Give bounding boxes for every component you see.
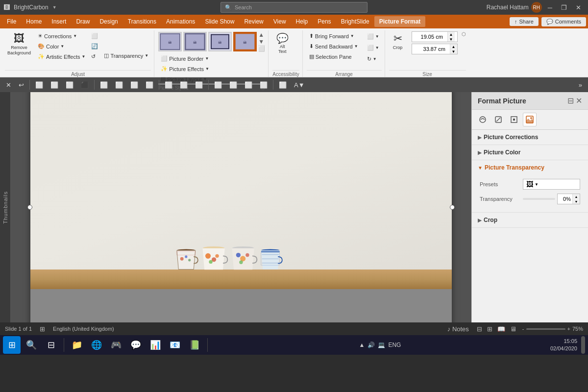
tb-btn-14[interactable]: ⬜ [242, 80, 255, 90]
show-desktop-button[interactable] [581, 336, 585, 354]
tb-btn-3[interactable]: ⬜ [63, 80, 76, 90]
menu-animations[interactable]: Animations [161, 16, 200, 27]
tb-btn-9[interactable]: ⬜ [162, 80, 175, 90]
explorer-button[interactable]: 📁 [68, 336, 86, 354]
menu-brightslide[interactable]: BrightSlide [336, 16, 374, 27]
tb-btn-13[interactable]: ⬜ [226, 80, 240, 90]
thumbnails-toggle[interactable]: Thumbnails [2, 92, 8, 322]
menu-insert[interactable]: Insert [47, 16, 71, 27]
menu-transitions[interactable]: Transitions [123, 16, 161, 27]
comments-button[interactable]: 💬 Comments [541, 17, 586, 26]
menu-pens[interactable]: Pens [313, 16, 336, 27]
style-thumb-4[interactable]: 🏔 [233, 32, 257, 51]
menu-draw[interactable]: Draw [71, 16, 95, 27]
outlook-button[interactable]: 📧 [166, 336, 184, 354]
menu-picture-format[interactable]: Picture Format [374, 16, 426, 27]
search-taskbar-button[interactable]: 🔍 [23, 336, 40, 354]
fit-slide-button[interactable]: ⊞ [38, 324, 47, 334]
style-thumb-3[interactable]: 🏔 [208, 32, 232, 51]
tb-btn-2[interactable]: ⬜ [48, 80, 61, 90]
compress-button[interactable]: ⬜ [90, 31, 99, 41]
menu-file[interactable]: File [2, 16, 21, 27]
transparency-input[interactable] [558, 195, 572, 203]
align-button[interactable]: ⬜ ▼ [365, 31, 382, 42]
chrome-button[interactable]: 🌐 [88, 336, 105, 354]
minimize-button[interactable]: ─ [545, 3, 555, 12]
style-thumb-2[interactable]: 🏔 [183, 32, 207, 51]
transparency-button[interactable]: ◫ Transparency ▼ [101, 51, 151, 60]
crop-button[interactable]: ✂ Crop [389, 31, 407, 52]
zoom-slider[interactable] [526, 328, 565, 330]
tb-font-color[interactable]: A▼ [291, 80, 308, 90]
handle-right-center[interactable] [450, 205, 455, 210]
start-button[interactable]: ⊞ [3, 336, 21, 354]
picture-effects-button[interactable]: ✨ Picture Effects ▼ [158, 64, 265, 74]
app-dropdown[interactable]: ▼ [52, 5, 57, 10]
picture-border-button[interactable]: ⬜ Picture Border ▼ [158, 54, 265, 63]
picture-corrections-header[interactable]: ▶ Picture Corrections [472, 130, 588, 145]
width-input[interactable] [421, 45, 448, 53]
panel-tab-effects[interactable] [491, 113, 505, 126]
height-down[interactable]: ▼ [448, 37, 455, 42]
rotate-button[interactable]: ↻ ▼ [365, 54, 382, 64]
tb-close[interactable]: ✕ [3, 80, 14, 90]
corrections-button[interactable]: ☀ Corrections ▼ [35, 31, 88, 41]
crop-header[interactable]: ▶ Crop [472, 213, 588, 227]
transparency-up[interactable]: ▲ [573, 194, 580, 199]
menu-design[interactable]: Design [95, 16, 122, 27]
picture-transparency-header[interactable]: ▼ Picture Transparency [472, 160, 588, 175]
tb-btn-5[interactable]: ⬜ [97, 80, 111, 90]
panel-collapse-button[interactable]: ⊟ [567, 96, 574, 105]
tb-btn-7[interactable]: ⬜ [127, 80, 141, 90]
tb-btn-16[interactable]: ⬜ [276, 80, 290, 90]
remove-background-button[interactable]: 🖼 RemoveBackground [5, 31, 33, 58]
panel-tab-size-position[interactable] [507, 113, 521, 126]
taskview-button[interactable]: ⊟ [42, 336, 60, 354]
alt-text-button[interactable]: 💬 AltText [272, 31, 292, 56]
notes-button[interactable]: ♪ Notes [445, 324, 471, 334]
tb-btn-6[interactable]: ⬜ [112, 80, 126, 90]
styles-up[interactable]: ▲ [258, 31, 265, 38]
excel-button[interactable]: 📗 [186, 336, 203, 354]
change-picture-button[interactable]: 🔄 [90, 42, 99, 51]
tb-btn-1[interactable]: ⬜ [32, 80, 46, 90]
tb-btn-10[interactable]: ⬜ [177, 80, 191, 90]
close-button[interactable]: ✕ [573, 3, 584, 12]
handle-left-center[interactable] [27, 205, 32, 210]
zoom-out-icon[interactable]: - [522, 326, 524, 332]
reading-view-button[interactable]: 📖 [495, 324, 507, 334]
tb-btn-4[interactable]: ⬛ [78, 80, 92, 90]
slide-sorter-button[interactable]: ⊞ [485, 324, 494, 334]
selection-pane-button[interactable]: ▤ Selection Pane [307, 52, 361, 61]
panel-close-button[interactable]: ✕ [576, 96, 582, 105]
thumbnails-panel[interactable]: Thumbnails [0, 92, 11, 322]
styles-down[interactable]: ▼ [258, 38, 265, 45]
transparency-slider[interactable] [523, 198, 555, 200]
volume-icon[interactable]: 🔊 [368, 342, 375, 348]
presets-button[interactable]: 🖼 ▼ [523, 179, 580, 190]
zoom-in-icon[interactable]: + [567, 326, 570, 332]
app3-button[interactable]: 🎮 [107, 336, 125, 354]
teams-button[interactable]: 💬 [127, 336, 145, 354]
tb-btn-11[interactable]: ⬜ [192, 80, 206, 90]
tb-btn-12[interactable]: ⬜ [211, 80, 225, 90]
size-expand-icon[interactable]: ⬡ [462, 31, 466, 37]
height-up[interactable]: ▲ [448, 32, 455, 37]
transparency-down[interactable]: ▼ [573, 199, 580, 204]
menu-help[interactable]: Help [291, 16, 313, 27]
menu-home[interactable]: Home [21, 16, 47, 27]
panel-tab-picture[interactable] [523, 113, 537, 126]
menu-view[interactable]: View [269, 16, 291, 27]
tb-undo[interactable]: ↩ [16, 80, 27, 90]
reset-picture-button[interactable]: ↺ [90, 52, 99, 61]
send-backward-button[interactable]: ⬇ Send Backward ▼ [307, 42, 361, 51]
color-button[interactable]: 🎨 Color ▼ [35, 42, 88, 51]
network-icon[interactable]: 💻 [378, 342, 385, 348]
width-up[interactable]: ▲ [450, 44, 457, 49]
chevron-icon[interactable]: ▲ [359, 342, 365, 348]
restore-button[interactable]: ❐ [558, 3, 570, 12]
tb-expand[interactable]: » [576, 80, 585, 90]
group-button[interactable]: ⬜ ▼ [365, 43, 382, 53]
height-input[interactable] [419, 33, 446, 41]
picture-color-header[interactable]: ▶ Picture Color [472, 145, 588, 160]
